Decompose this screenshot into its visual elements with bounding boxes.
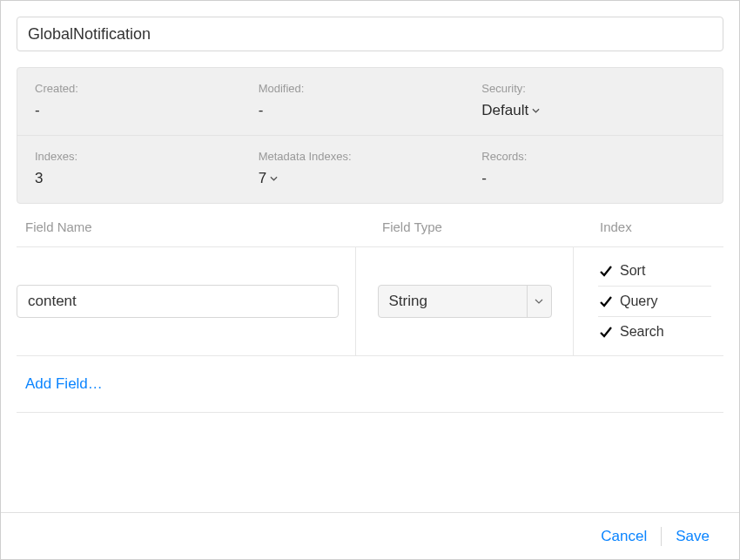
add-field-row: Add Field… (17, 356, 723, 413)
fields-table-header: Field Name Field Type Index (17, 204, 723, 247)
index-query-label: Query (620, 293, 658, 309)
field-name-input[interactable] (17, 285, 339, 318)
index-query-checkbox[interactable] (598, 294, 613, 309)
metadata-records: Records: - (481, 150, 705, 187)
metadata-box: Created: - Modified: - Security: Default (17, 67, 723, 204)
index-search-row: Search (598, 317, 711, 347)
index-sort-label: Sort (620, 263, 645, 279)
index-sort-checkbox[interactable] (598, 264, 613, 279)
record-type-editor-panel: Created: - Modified: - Security: Default (0, 0, 740, 560)
security-value: Default (481, 102, 528, 119)
field-index-cell: Sort Query Search (574, 247, 723, 355)
column-header-index: Index (582, 219, 715, 234)
records-value: - (481, 170, 705, 187)
column-header-field-name: Field Name (25, 219, 382, 234)
metadata-created: Created: - (35, 82, 259, 119)
chevron-down-icon (535, 299, 543, 304)
metadata-indexes: Indexes: 3 (35, 150, 259, 187)
record-type-name-input[interactable] (17, 17, 723, 51)
chevron-down-icon (270, 176, 278, 181)
add-field-link[interactable]: Add Field… (25, 375, 103, 392)
field-type-select[interactable]: String (378, 285, 552, 318)
index-search-label: Search (620, 324, 664, 340)
modified-value: - (259, 102, 482, 119)
records-label: Records: (481, 150, 705, 163)
chevron-down-icon (532, 108, 540, 113)
panel-content: Created: - Modified: - Security: Default (1, 1, 739, 512)
modified-label: Modified: (259, 82, 482, 95)
index-search-checkbox[interactable] (598, 325, 613, 340)
metadata-metadata-indexes: Metadata Indexes: 7 (259, 150, 482, 187)
field-type-arrow (527, 286, 551, 317)
metadata-indexes-dropdown[interactable]: 7 (259, 170, 278, 187)
checkmark-icon (599, 294, 613, 308)
metadata-security: Security: Default (481, 82, 705, 119)
field-row: String Sort Query (17, 247, 723, 356)
cancel-button[interactable]: Cancel (587, 524, 661, 549)
security-label: Security: (481, 82, 705, 95)
metadata-modified: Modified: - (259, 82, 482, 119)
metadata-row-2: Indexes: 3 Metadata Indexes: 7 Records: … (17, 135, 723, 203)
field-type-cell: String (356, 247, 574, 355)
indexes-label: Indexes: (35, 150, 259, 163)
metadata-row-1: Created: - Modified: - Security: Default (17, 68, 723, 135)
security-dropdown[interactable]: Default (481, 102, 540, 119)
field-type-value: String (379, 286, 527, 317)
save-button[interactable]: Save (662, 524, 723, 549)
field-name-cell (17, 247, 356, 355)
checkmark-icon (599, 325, 613, 339)
footer: Cancel Save (1, 512, 739, 559)
checkmark-icon (599, 264, 613, 278)
created-label: Created: (35, 82, 259, 95)
index-sort-row: Sort (598, 256, 711, 287)
indexes-value: 3 (35, 170, 259, 187)
metadata-indexes-value: 7 (259, 170, 266, 187)
column-header-field-type: Field Type (382, 219, 582, 234)
index-query-row: Query (598, 287, 711, 317)
created-value: - (35, 102, 259, 119)
metadata-indexes-label: Metadata Indexes: (259, 150, 482, 163)
